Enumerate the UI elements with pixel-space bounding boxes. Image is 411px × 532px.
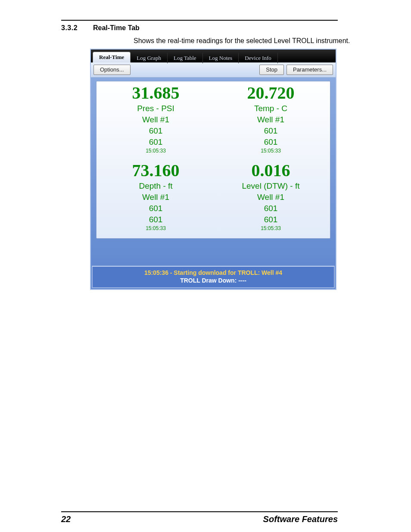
reading-well: Well #1	[98, 193, 213, 202]
reading-id2: 601	[98, 137, 213, 147]
reading-well: Well #1	[213, 115, 328, 124]
stop-button[interactable]: Stop	[259, 65, 284, 75]
reading-depth: 73.160 Depth - ft Well #1 601 601 15:05:…	[98, 162, 213, 231]
reading-value: 20.720	[213, 84, 328, 102]
reading-time: 15:05:33	[213, 225, 328, 231]
page-number: 22	[61, 514, 71, 524]
reading-value: 0.016	[213, 162, 328, 180]
status-line-2: TROLL Draw Down: ----	[93, 277, 334, 284]
reading-id1: 601	[98, 204, 213, 213]
app-window: Real-Time Log Graph Log Table Log Notes …	[90, 49, 336, 290]
reading-id2: 601	[98, 215, 213, 224]
rule-top	[61, 20, 338, 21]
footer-title: Software Features	[263, 514, 338, 524]
reading-well: Well #1	[98, 115, 213, 124]
reading-value: 31.685	[98, 84, 213, 102]
reading-id1: 601	[213, 126, 328, 136]
tab-real-time[interactable]: Real-Time	[93, 52, 131, 62]
page: 3.3.2 Real-Time Tab Shows the real-time …	[0, 0, 411, 532]
tab-log-table[interactable]: Log Table	[168, 53, 203, 63]
reading-label: Temp - C	[213, 104, 328, 113]
tab-bar: Real-Time Log Graph Log Table Log Notes …	[91, 50, 336, 62]
reading-id2: 601	[213, 137, 328, 147]
section-number: 3.3.2	[61, 24, 78, 32]
status-bar: 15:05:36 - Starting download for TROLL: …	[92, 266, 335, 288]
tab-log-notes[interactable]: Log Notes	[203, 53, 239, 63]
section-caption: Shows the real-time readings for the sel…	[134, 37, 350, 45]
section-title: Real-Time Tab	[93, 24, 140, 32]
rule-bottom	[61, 511, 338, 512]
tab-log-graph[interactable]: Log Graph	[131, 53, 168, 63]
toolbar: Options... Stop Parameters...	[91, 62, 336, 78]
reading-time: 15:05:33	[213, 148, 328, 154]
reading-temperature: 20.720 Temp - C Well #1 601 601 15:05:33	[213, 84, 328, 154]
parameters-button[interactable]: Parameters...	[286, 65, 333, 75]
reading-value: 73.160	[98, 162, 213, 180]
reading-label: Depth - ft	[98, 181, 213, 191]
reading-time: 15:05:33	[98, 148, 213, 154]
reading-well: Well #1	[213, 193, 328, 202]
reading-time: 15:05:33	[98, 225, 213, 231]
reading-level: 0.016 Level (DTW) - ft Well #1 601 601 1…	[213, 162, 328, 231]
reading-label: Level (DTW) - ft	[213, 181, 328, 191]
readings-panel: 31.685 Pres - PSI Well #1 601 601 15:05:…	[96, 81, 330, 239]
reading-label: Pres - PSI	[98, 104, 213, 113]
reading-id2: 601	[213, 215, 328, 224]
options-button[interactable]: Options...	[93, 65, 131, 75]
reading-id1: 601	[213, 204, 328, 213]
tab-device-info[interactable]: Device Info	[239, 53, 278, 63]
status-line-1: 15:05:36 - Starting download for TROLL: …	[93, 269, 334, 276]
reading-id1: 601	[98, 126, 213, 136]
reading-pressure: 31.685 Pres - PSI Well #1 601 601 15:05:…	[98, 84, 213, 154]
